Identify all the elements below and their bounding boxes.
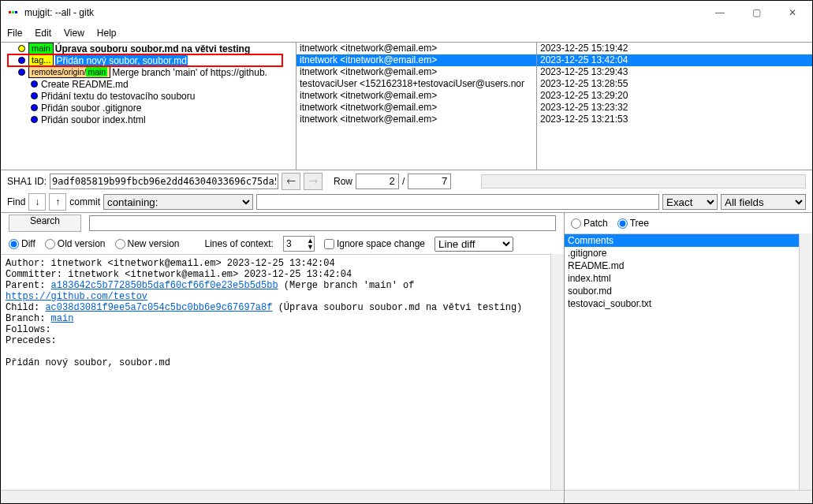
file-list[interactable]: Comments .gitignore README.md index.html…	[565, 233, 799, 490]
child-sha-link[interactable]: ac038d3081f9ee5a7c054c5bc0bb6e9c67697a8f	[45, 302, 272, 313]
file-item[interactable]: .gitignore	[565, 247, 799, 259]
menubar: File Edit View Help	[1, 24, 812, 42]
line-diff-select[interactable]: Line diff	[434, 237, 513, 252]
date-cell: 2023-12-25 13:28:55	[537, 78, 812, 90]
parent-sha-link[interactable]: a183642c5b772850b5daf60cf66f0e23e5b5d5bb	[51, 280, 278, 291]
commit-row: Přidání textu do testovacího souboru	[1, 90, 296, 102]
menu-file[interactable]: File	[7, 28, 22, 39]
row-total	[408, 174, 451, 189]
radio-patch[interactable]: Patch	[571, 218, 608, 229]
h-scrollbar[interactable]	[481, 174, 806, 189]
search-button[interactable]: Search	[9, 215, 81, 232]
author-cell: itnetwork <itnetwork@email.em>	[296, 43, 536, 54]
sha-input[interactable]	[50, 174, 278, 189]
ref-remote[interactable]: remotes/origin/main	[28, 66, 110, 78]
radio-new-version[interactable]: New version	[115, 238, 180, 249]
author-cell: itnetwork <itnetwork@email.em>	[296, 114, 536, 125]
commit-graph-column[interactable]: main Úprava souboru soubor.md na větvi t…	[1, 43, 296, 170]
date-column[interactable]: 2023-12-25 15:19:42 2023-12-25 13:42:04 …	[537, 43, 812, 170]
menu-view[interactable]: View	[64, 28, 84, 39]
nav-forward-button[interactable]: 🡒	[304, 173, 323, 190]
loc-label: Lines of context:	[205, 238, 274, 249]
file-item[interactable]: README.md	[565, 259, 799, 272]
diff-view[interactable]: Author: itnetwork <itnetwork@email.em> 2…	[1, 254, 550, 490]
commit-row: remotes/origin/main Merge branch 'main' …	[1, 66, 296, 78]
menu-edit[interactable]: Edit	[35, 28, 51, 39]
find-prev-button[interactable]: ↑	[49, 193, 66, 211]
history-panes: main Úprava souboru soubor.md na větvi t…	[1, 42, 812, 170]
find-input[interactable]	[256, 194, 659, 210]
find-exact-select[interactable]: Exact	[662, 194, 718, 210]
author-cell: itnetwork <itnetwork@email.em>	[296, 54, 536, 66]
date-cell: 2023-12-25 15:19:42	[537, 43, 812, 54]
search-input[interactable]	[89, 215, 556, 231]
file-item[interactable]: index.html	[565, 272, 799, 285]
gitk-icon	[7, 6, 20, 19]
commit-row: Přidán soubor .gitignore	[1, 102, 296, 114]
file-item[interactable]: soubor.md	[565, 285, 799, 297]
commit-row: main Úprava souboru soubor.md na větvi t…	[1, 43, 296, 54]
find-fields-select[interactable]: All fields	[721, 194, 806, 210]
sha-row: SHA1 ID: 🡐 🡒 Row /	[1, 170, 812, 192]
branch-link[interactable]: main	[51, 313, 74, 324]
date-cell: 2023-12-25 13:23:32	[537, 102, 812, 114]
svg-rect-0	[9, 11, 11, 13]
radio-diff[interactable]: Diff	[9, 238, 35, 249]
commit-row: Create README.md	[1, 78, 296, 90]
radio-tree[interactable]: Tree	[617, 218, 649, 229]
commit-row: Přidán soubor index.html	[1, 114, 296, 125]
date-cell: 2023-12-25 13:29:20	[537, 90, 812, 102]
commit-row: tag... Přidán nový soubor, soubor.md	[1, 54, 296, 66]
menu-help[interactable]: Help	[97, 28, 117, 39]
author-cell: itnetwork <itnetwork@email.em>	[296, 90, 536, 102]
author-cell: testovaciUser <152162318+testovaciUser@u…	[296, 78, 536, 90]
find-row: Find ↓ ↑ commit containing: Exact All fi…	[1, 192, 812, 212]
sha-label: SHA1 ID:	[7, 176, 47, 187]
find-label: Find	[7, 196, 25, 207]
find-next-button[interactable]: ↓	[28, 193, 46, 211]
date-cell: 2023-12-25 13:42:04	[537, 54, 812, 66]
maximize-button[interactable]: ▢	[738, 1, 774, 24]
diff-h-scrollbar[interactable]	[1, 490, 564, 503]
svg-rect-2	[15, 11, 17, 13]
author-cell: itnetwork <itnetwork@email.em>	[296, 102, 536, 114]
row-current[interactable]	[356, 174, 399, 189]
window-title: mujgit: --all - gitk	[24, 7, 702, 18]
close-button[interactable]: ✕	[774, 1, 811, 24]
find-commit-label: commit	[69, 196, 100, 207]
github-link[interactable]: https://github.com/testov	[6, 291, 147, 302]
diff-v-scrollbar[interactable]	[550, 254, 564, 490]
radio-old-version[interactable]: Old version	[45, 238, 106, 249]
lines-of-context-spinner[interactable]: 3▲▼	[283, 236, 315, 252]
files-v-scrollbar[interactable]	[799, 233, 812, 490]
svg-rect-1	[12, 11, 14, 13]
minimize-button[interactable]: —	[702, 1, 738, 24]
ref-main[interactable]: main	[28, 43, 54, 54]
file-item[interactable]: testovaci_soubor.txt	[565, 297, 799, 310]
row-label: Row	[334, 176, 352, 187]
author-cell: itnetwork <itnetwork@email.em>	[296, 66, 536, 78]
author-column[interactable]: itnetwork <itnetwork@email.em> itnetwork…	[296, 43, 537, 170]
ref-tag[interactable]: tag...	[28, 54, 54, 66]
date-cell: 2023-12-25 13:29:43	[537, 66, 812, 78]
date-cell: 2023-12-25 13:21:53	[537, 114, 812, 125]
file-item-comments[interactable]: Comments	[565, 234, 799, 247]
checkbox-ignore-space[interactable]: Ignore space change	[324, 238, 425, 249]
nav-back-button[interactable]: 🡐	[282, 173, 300, 190]
find-mode-select[interactable]: containing:	[103, 194, 253, 210]
files-h-scrollbar[interactable]	[565, 490, 812, 503]
titlebar: mujgit: --all - gitk — ▢ ✕	[1, 1, 812, 24]
